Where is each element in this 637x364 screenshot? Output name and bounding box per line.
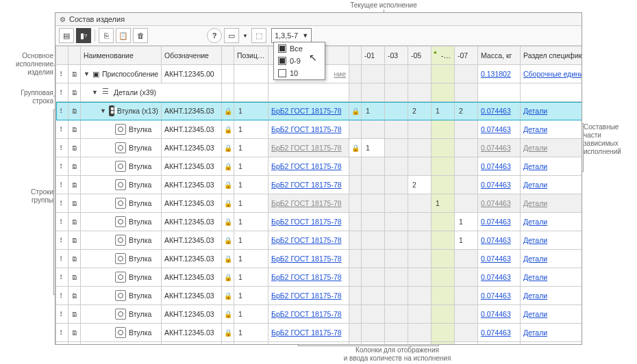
doc-icon: 🗎 (71, 70, 78, 78)
doc-icon: 🗎 (71, 200, 78, 207)
material-link[interactable]: БрБ2 ГОСТ 18175-78 (271, 199, 342, 207)
table-row[interactable]: ⠇🗎ВтулкаАКНТ.12345.03🔒1БрБ2 ГОСТ 18175-7… (56, 176, 582, 194)
item-icon (115, 309, 126, 320)
col-q4[interactable]: -06 (432, 47, 455, 65)
table-row[interactable]: ⠇🗎ВтулкаАКНТ.12345.03🔒1БрБ2 ГОСТ 18175-7… (56, 120, 582, 139)
checkbox-icon (278, 69, 286, 77)
mass-link[interactable]: 0.074463 (481, 181, 511, 189)
material-link[interactable]: БрБ2 ГОСТ 18175-78 (271, 255, 342, 263)
callout-main: Основноеисполнениеизделия (5, 52, 53, 77)
mass-link[interactable]: 0.074463 (481, 199, 511, 207)
section-link[interactable]: Детали (523, 125, 547, 133)
add-doc-button[interactable]: ▤ (59, 28, 74, 43)
mass-link[interactable]: 0.074463 (481, 125, 511, 133)
mass-link[interactable]: 0.074463 (481, 144, 511, 152)
col-mass[interactable]: Масса, кг (478, 47, 521, 65)
table-row[interactable]: ⠇🗎ВтулкаАКНТ.12345.03🔒1БрБ2 ГОСТ 18175-7… (56, 231, 582, 250)
material-link[interactable]: БрБ2 ГОСТ 18175-78 (271, 125, 342, 133)
mass-link[interactable]: 0.074463 (481, 162, 511, 170)
table-row[interactable]: ⠇🗎ВтулкаАКНТ.12345.03🔒1БрБ2 ГОСТ 18175-7… (56, 305, 582, 324)
section-link[interactable]: Детали (523, 310, 547, 318)
mass-link[interactable]: 0.074463 (481, 107, 511, 115)
mass-link[interactable]: 0.074463 (481, 218, 511, 226)
section-link[interactable]: Детали (523, 181, 547, 189)
mass-link[interactable]: 0.074463 (481, 236, 511, 244)
group-row[interactable]: ⠇ 🗎 ▼Втулка (x13) АКНТ.12345.03 🔒 1 БрБ2… (56, 102, 582, 120)
material-link[interactable]: БрБ2 ГОСТ 18175-78 (271, 291, 342, 300)
section-link[interactable]: Детали (523, 236, 547, 244)
view-button[interactable]: ▭ (224, 28, 239, 43)
section-link[interactable]: Детали (523, 107, 547, 115)
collapse-icon[interactable]: ▼ (100, 107, 106, 114)
folder-icon (101, 88, 111, 97)
section-link[interactable]: Детали (523, 162, 547, 170)
lock-icon: 🔒 (224, 107, 232, 115)
table-row[interactable]: ⠇🗎ВтулкаАКНТ.12345.03🔒1БрБ2 ГОСТ 18175-7… (56, 157, 582, 176)
collapse-icon[interactable]: ▼ (84, 70, 90, 77)
table-row[interactable]: ⠇🗎ВтулкаАКНТ.12345.03🔒1БрБ2 ГОСТ 18175-7… (56, 194, 582, 213)
section-link[interactable]: Детали (523, 255, 547, 263)
col-q3[interactable]: -05 (408, 47, 432, 65)
dd-all[interactable]: Все (274, 42, 325, 55)
tree-icon: ⠇ (60, 237, 64, 244)
material-link[interactable]: БрБ2 ГОСТ 18175-78 (271, 144, 342, 152)
col-name[interactable]: Наименование (81, 47, 162, 65)
mass-link[interactable]: 0.074463 (481, 328, 511, 337)
table-row[interactable]: ⠇🗎▶Кольцо (x15)АКНТ.12345.04🔒2Сталь 10 Г… (56, 342, 582, 345)
callout-grouprows: Строкигруппы (5, 188, 53, 205)
table-row[interactable]: ⠇🗎ВтулкаАКНТ.12345.03🔒1БрБ2 ГОСТ 18175-7… (56, 213, 582, 231)
material-link[interactable]: БрБ2 ГОСТ 18175-78 (271, 236, 342, 244)
tree-icon: ⠇ (60, 274, 64, 281)
col-q1[interactable]: -01 (362, 47, 385, 65)
table-row[interactable]: ⠇🗎ВтулкаАКНТ.12345.03🔒1БрБ2 ГОСТ 18175-7… (56, 324, 582, 342)
mass-link[interactable]: 0.074463 (481, 310, 511, 318)
item-icon (115, 179, 126, 190)
dropdown-arrow-icon[interactable]: ▼ (241, 33, 249, 39)
mass-link[interactable]: 0.074463 (481, 255, 511, 263)
section-link[interactable]: Детали (523, 218, 547, 226)
col-pos[interactable]: Позиция (234, 47, 268, 65)
material-link[interactable]: БрБ2 ГОСТ 18175-78 (271, 273, 342, 281)
paste-button[interactable]: 📋 (116, 28, 131, 43)
table-row[interactable]: ⠇🗎ВтулкаАКНТ.12345.03🔒1БрБ2 ГОСТ 18175-7… (56, 287, 582, 305)
details-button[interactable]: ▮? (76, 28, 91, 43)
material-link[interactable]: БрБ2 ГОСТ 18175-78 (271, 181, 342, 189)
col-q5[interactable]: -07 (455, 47, 478, 65)
col-desig[interactable]: Обозначение (162, 47, 222, 65)
table-row[interactable]: ⠇🗎ВтулкаАКНТ.12345.03🔒1БрБ2 ГОСТ 18175-7… (56, 139, 582, 157)
dd-10[interactable]: 10 (274, 67, 325, 79)
copy-button[interactable]: ⎘ (99, 28, 114, 43)
item-icon (115, 327, 126, 338)
doc-icon: 🗎 (71, 329, 78, 337)
material-link[interactable]: БрБ2 ГОСТ 18175-78 (271, 218, 342, 226)
section-link[interactable]: Детали (523, 273, 547, 281)
mass-link[interactable]: 0.074463 (481, 291, 511, 300)
material-link[interactable]: БрБ2 ГОСТ 18175-78 (271, 162, 342, 170)
titlebar: ⚙ Состав изделия (55, 13, 582, 26)
mass-link[interactable]: 0.131802 (481, 70, 511, 78)
collapse-icon[interactable]: ▼ (92, 89, 99, 96)
col-sect[interactable]: Раздел спецификации (521, 47, 582, 65)
section-link[interactable]: Сборочные единицы (523, 70, 582, 78)
col-q2[interactable]: -03 (385, 47, 408, 65)
tree-icon: ⠇ (60, 218, 64, 226)
material-link[interactable]: БрБ2 ГОСТ 18175-78 (271, 107, 342, 115)
section-link[interactable]: Детали (523, 328, 547, 337)
gear-icon[interactable]: ⚙ (60, 16, 66, 23)
dd-0-9[interactable]: 0-9 (274, 55, 325, 67)
table-row[interactable]: ⠇ 🗎 ▼Детали (x39) (56, 83, 582, 102)
lock-icon: 🔒 (224, 237, 232, 244)
section-link[interactable]: Детали (523, 144, 547, 152)
delete-button[interactable]: 🗑 (133, 28, 148, 43)
section-link[interactable]: Детали (523, 291, 547, 300)
material-link[interactable]: БрБ2 ГОСТ 18175-78 (271, 328, 342, 337)
help-button[interactable]: ? (207, 28, 222, 43)
exec-combo[interactable]: 1,3,5-7 ▼ (271, 28, 312, 43)
material-link[interactable]: БрБ2 ГОСТ 18175-78 (271, 310, 342, 318)
table-row[interactable]: ⠇🗎ВтулкаАКНТ.12345.03🔒1БрБ2 ГОСТ 18175-7… (56, 268, 582, 287)
section-link[interactable]: Детали (523, 199, 547, 207)
material-link[interactable]: ние (334, 70, 346, 78)
variants-button[interactable]: ⬚ (251, 28, 266, 43)
mass-link[interactable]: 0.074463 (481, 273, 511, 281)
table-row[interactable]: ⠇🗎ВтулкаАКНТ.12345.03🔒1БрБ2 ГОСТ 18175-7… (56, 250, 582, 268)
